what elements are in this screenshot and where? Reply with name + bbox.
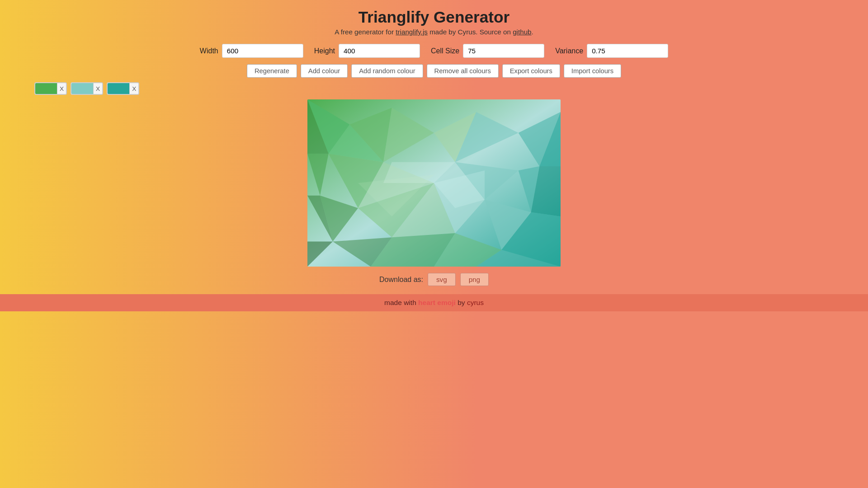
footer-text-pre: made with [384,299,418,306]
height-label: Height [314,47,335,55]
page-title: Trianglify Generator [335,8,533,26]
cell-size-input[interactable] [463,44,544,58]
colour-chip-1: X [34,82,67,95]
trianglify-link[interactable]: trianglify.js [396,28,428,36]
export-colours-button[interactable]: Export colours [502,64,560,78]
footer-bar: made with heart emoji by cyrus [0,294,868,311]
width-label: Width [200,47,218,55]
chip-3-color [108,83,129,94]
footer-author-link[interactable]: cyrus [467,299,484,306]
variance-input[interactable] [587,44,668,58]
footer-text-mid: by [456,299,467,306]
page-subtitle: A free generator for trianglify.js made … [335,28,533,36]
chip-2-color [71,83,93,94]
download-svg-button[interactable]: svg [428,273,456,286]
height-input[interactable] [339,44,420,58]
chip-1-remove[interactable]: X [57,83,66,94]
variance-label: Variance [555,47,583,55]
download-png-button[interactable]: png [460,273,489,286]
colour-chip-2: X [71,82,103,95]
colour-chips-row: X X X [34,82,139,95]
chip-1-color [35,83,57,94]
add-colour-button[interactable]: Add colour [301,64,348,78]
github-link[interactable]: github [513,28,531,36]
footer-heart: heart emoji [418,299,456,306]
cell-size-label: Cell Size [431,47,459,55]
chip-3-remove[interactable]: X [129,83,138,94]
regenerate-button[interactable]: Regenerate [247,64,297,78]
trianglify-canvas [307,99,561,267]
chip-2-remove[interactable]: X [93,83,102,94]
colour-chip-3: X [107,82,139,95]
width-input[interactable] [222,44,303,58]
action-buttons-row: Regenerate Add colour Add random colour … [247,64,621,78]
remove-all-colours-button[interactable]: Remove all colours [427,64,499,78]
add-random-colour-button[interactable]: Add random colour [351,64,423,78]
import-colours-button[interactable]: Import colours [564,64,621,78]
download-row: Download as: svg png [379,273,489,286]
download-label: Download as: [379,276,423,284]
